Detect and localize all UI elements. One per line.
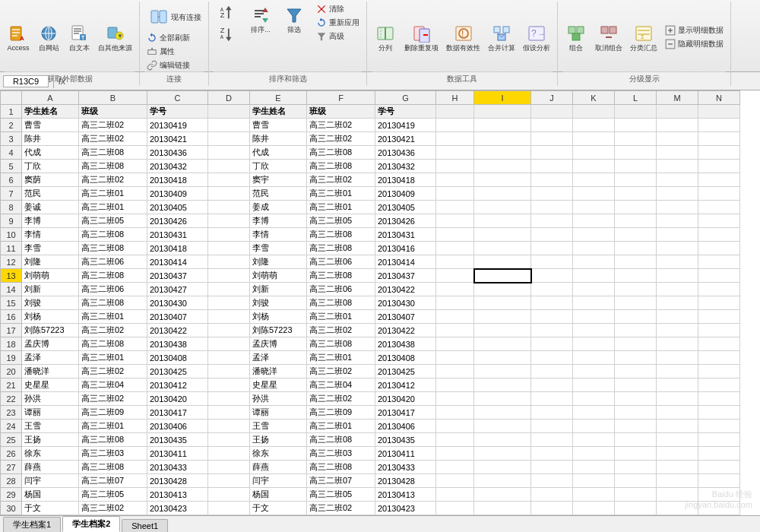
cell[interactable] [573, 201, 615, 214]
cell[interactable]: 高三二班08 [307, 228, 375, 242]
cell[interactable] [573, 515, 615, 516]
cell[interactable] [698, 132, 740, 146]
filter-btn[interactable]: 筛选 [280, 3, 308, 36]
cell[interactable] [657, 201, 698, 214]
cell[interactable]: 20130418 [147, 242, 208, 255]
cell[interactable] [615, 433, 657, 447]
cell[interactable] [615, 392, 657, 406]
cell[interactable]: 高三二班06 [79, 255, 147, 269]
advanced-btn[interactable]: 高级 [314, 30, 362, 43]
cell[interactable]: 王扬 [22, 433, 79, 447]
cell[interactable] [208, 365, 250, 378]
cell[interactable] [573, 255, 615, 269]
cell[interactable]: 李博 [250, 214, 307, 228]
cell[interactable] [657, 228, 698, 242]
cell[interactable] [573, 392, 615, 406]
cell[interactable]: 20130431 [375, 228, 436, 242]
col-header-L[interactable]: L [615, 91, 657, 105]
cell[interactable] [615, 515, 657, 516]
cell[interactable] [531, 173, 573, 187]
cell[interactable] [615, 365, 657, 378]
cell[interactable] [436, 406, 474, 420]
cell[interactable] [474, 255, 531, 269]
cell[interactable] [531, 378, 573, 392]
row-header-12[interactable]: 12 [1, 255, 22, 269]
cell[interactable] [573, 160, 615, 173]
cell[interactable] [573, 406, 615, 420]
col-header-D[interactable]: D [208, 91, 250, 105]
col-header-F[interactable]: F [307, 91, 375, 105]
cell[interactable] [208, 160, 250, 173]
cell[interactable]: 学生姓名 [250, 105, 307, 119]
cell[interactable] [573, 461, 615, 474]
cell[interactable] [474, 324, 531, 337]
cell[interactable] [531, 269, 573, 283]
cell[interactable]: 高三二班08 [307, 296, 375, 310]
cell[interactable] [531, 365, 573, 378]
cell[interactable]: 高三二班01 [307, 310, 375, 324]
cell[interactable]: 陈井 [22, 132, 79, 146]
cell[interactable]: 刘杨 [22, 310, 79, 324]
cell[interactable]: 高三二班07 [79, 474, 147, 488]
cell[interactable]: 高三二班02 [307, 365, 375, 378]
sort-desc-btn[interactable]: ZA [214, 24, 241, 44]
cell[interactable]: 20130412 [375, 378, 436, 392]
cell[interactable] [208, 283, 250, 296]
cell[interactable] [531, 119, 573, 132]
data-valid-btn[interactable]: ! 数据有效性 [444, 21, 483, 54]
cell[interactable] [698, 337, 740, 351]
cell[interactable] [657, 337, 698, 351]
cell[interactable]: 20130421 [147, 132, 208, 146]
cell[interactable] [657, 378, 698, 392]
col-header-G[interactable]: G [375, 91, 436, 105]
cell[interactable] [208, 447, 250, 461]
cell[interactable] [436, 324, 474, 337]
cell[interactable] [208, 296, 250, 310]
cell[interactable]: 高三二班02 [307, 119, 375, 132]
cell[interactable] [615, 228, 657, 242]
cell[interactable] [474, 461, 531, 474]
cell[interactable] [615, 242, 657, 255]
refresh-all-btn[interactable]: 全部刷新 [144, 32, 192, 44]
cell[interactable] [474, 146, 531, 160]
cell[interactable]: 徐东 [250, 447, 307, 461]
col-header-M[interactable]: M [657, 91, 698, 105]
cell[interactable]: 20130406 [147, 420, 208, 433]
cell[interactable]: 高三二班01 [307, 351, 375, 365]
cell[interactable]: 孙洪 [250, 392, 307, 406]
cell[interactable] [615, 201, 657, 214]
cell[interactable] [698, 433, 740, 447]
cell[interactable] [436, 132, 474, 146]
cell[interactable] [615, 105, 657, 119]
cell[interactable] [657, 310, 698, 324]
cell[interactable]: 20130411 [147, 447, 208, 461]
sort-btn[interactable]: 排序... [247, 3, 274, 36]
cell[interactable] [573, 433, 615, 447]
cell[interactable] [573, 488, 615, 502]
cell[interactable]: 高三二班08 [79, 337, 147, 351]
row-header-18[interactable]: 18 [1, 337, 22, 351]
cell[interactable]: 刘陈57223 [250, 324, 307, 337]
cell[interactable]: 代成 [22, 146, 79, 160]
cell[interactable] [208, 146, 250, 160]
cell[interactable] [657, 433, 698, 447]
row-header-1[interactable]: 1 [1, 105, 22, 119]
cell[interactable]: 20130426 [375, 214, 436, 228]
cell[interactable] [573, 420, 615, 433]
cell[interactable] [474, 296, 531, 310]
cell[interactable] [698, 420, 740, 433]
cell[interactable]: 高三二班01 [79, 201, 147, 214]
cell[interactable]: 20130422 [375, 283, 436, 296]
cell[interactable]: 刘隆 [250, 255, 307, 269]
split-btn[interactable]: 分列 [372, 21, 399, 54]
cell[interactable]: 20130426 [147, 214, 208, 228]
cell[interactable]: 班级 [307, 105, 375, 119]
cell[interactable] [573, 173, 615, 187]
conn-prop-btn[interactable]: 属性 [144, 46, 192, 58]
cell[interactable] [698, 173, 740, 187]
cell[interactable] [657, 119, 698, 132]
cell[interactable]: 学号 [147, 105, 208, 119]
cell[interactable] [657, 461, 698, 474]
cell[interactable]: 范民 [250, 187, 307, 201]
cell[interactable]: 高三二班02 [307, 324, 375, 337]
